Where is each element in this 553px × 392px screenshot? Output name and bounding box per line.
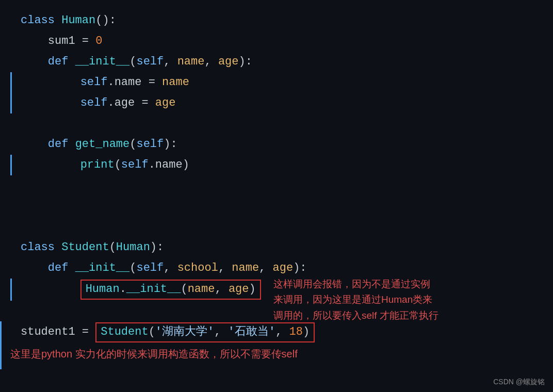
code-line-17: 这里是python 实力化的时候来调用构造函数，所以不需要传self <box>0 344 553 369</box>
code-text-13: def __init__(self, school, name, age): <box>10 259 307 277</box>
code-line-5: self.age = age <box>0 93 553 113</box>
code-line-6 <box>0 113 553 134</box>
code-text-16: student1 = Student('湖南大学', '石敢当', 18) <box>10 322 315 342</box>
code-line-3: def __init__(self, name, age): <box>0 52 553 72</box>
code-line-9 <box>0 175 553 196</box>
code-text-4: self.name = name <box>10 73 189 92</box>
code-text-1: class Human(): <box>10 11 116 30</box>
code-text-6 <box>10 115 27 133</box>
code-editor: class Human(): sum1 = 0 def __init__(sel… <box>0 0 553 392</box>
code-text-7: def get_name(self): <box>10 135 177 154</box>
code-area: class Human(): sum1 = 0 def __init__(sel… <box>0 10 553 369</box>
code-line-11 <box>0 217 553 237</box>
code-line-15 <box>0 301 553 321</box>
code-line-2: sum1 = 0 <box>0 31 553 52</box>
code-text-8: print(self.name) <box>10 156 189 174</box>
code-line-8: print(self.name) <box>0 155 553 175</box>
code-line-16: student1 = Student('湖南大学', '石敢当', 18) <box>0 321 553 344</box>
watermark: CSDN @螺旋铭 <box>493 378 545 387</box>
code-line-10 <box>0 196 553 217</box>
code-line-4: self.name = name <box>0 72 553 93</box>
code-line-1: class Human(): <box>0 10 553 31</box>
code-line-7: def get_name(self): <box>0 134 553 155</box>
annotation-box2-text: 这里是python 实力化的时候来调用构造函数，所以不需要传self <box>10 346 298 362</box>
code-text-5: self.age = age <box>10 94 175 112</box>
code-text-12: class Student(Human): <box>10 238 164 257</box>
code-line-13: def __init__(self, school, name, age): <box>0 258 553 279</box>
code-text-14: Human.__init__(name, age) <box>10 280 261 300</box>
code-line-14: Human.__init__(name, age) 这样调用会报错，因为不是通过… <box>0 279 553 301</box>
code-text-2: sum1 = 0 <box>10 32 102 51</box>
code-text-3: def __init__(self, name, age): <box>10 53 252 71</box>
code-line-12: class Student(Human): <box>0 237 553 258</box>
